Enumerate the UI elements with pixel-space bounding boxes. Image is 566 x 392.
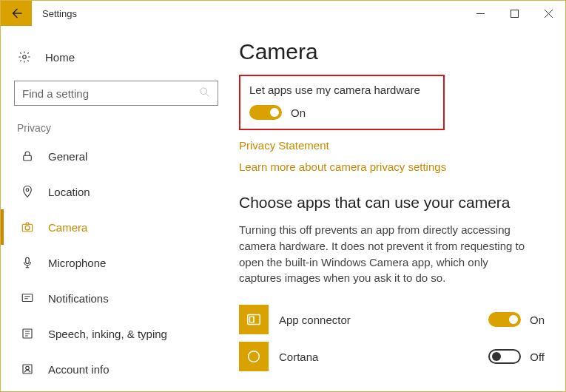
cortana-toggle[interactable] [488, 349, 521, 364]
sidebar-item-general[interactable]: General [1, 138, 232, 174]
svg-point-4 [26, 189, 29, 192]
svg-point-2 [201, 88, 207, 95]
camera-toggle-state: On [291, 107, 306, 119]
minimize-button[interactable] [463, 1, 497, 26]
home-button[interactable]: Home [1, 41, 232, 73]
sidebar-item-notifications[interactable]: Notifications [1, 280, 232, 316]
close-icon [545, 10, 553, 18]
window-title: Settings [32, 1, 87, 26]
camera-toggle[interactable] [249, 105, 282, 120]
sidebar-item-location[interactable]: Location [1, 174, 232, 209]
sidebar-item-label: General [48, 150, 87, 163]
highlight-box: Let apps use my camera hardware On [239, 75, 445, 130]
svg-rect-13 [250, 317, 255, 322]
page-title: Camera [239, 39, 545, 64]
svg-rect-0 [511, 10, 518, 17]
sidebar-item-account[interactable]: Account info [1, 351, 232, 387]
app-connector-state: On [530, 314, 545, 326]
app-row-app-connector: App connector On [239, 301, 545, 338]
camera-icon [20, 220, 35, 234]
lock-icon [20, 149, 35, 163]
gear-icon [17, 50, 32, 64]
svg-rect-8 [22, 294, 33, 302]
choose-apps-desc: Turning this off prevents an app from di… [239, 222, 528, 286]
minimize-icon [476, 10, 485, 18]
svg-point-14 [249, 351, 260, 362]
svg-point-1 [23, 55, 27, 59]
microphone-icon [20, 256, 35, 269]
search-icon [199, 87, 210, 100]
sidebar-item-microphone[interactable]: Microphone [1, 245, 232, 280]
svg-point-6 [25, 226, 30, 230]
svg-rect-7 [26, 257, 30, 263]
speech-icon [20, 327, 35, 340]
sidebar-item-label: Notifications [48, 292, 109, 305]
search-input[interactable]: Find a setting [14, 81, 218, 106]
sidebar-item-label: Speech, inking, & typing [48, 328, 167, 340]
app-connector-icon [239, 305, 269, 334]
app-name: App connector [279, 314, 478, 326]
learn-more-link[interactable]: Learn more about camera privacy settings [239, 160, 545, 173]
section-label: Privacy [1, 122, 232, 138]
sidebar-item-label: Account info [48, 363, 110, 376]
app-name: Cortana [279, 351, 478, 363]
sidebar-item-speech[interactable]: Speech, inking, & typing [1, 316, 232, 351]
let-apps-label: Let apps use my camera hardware [249, 84, 434, 96]
content: Camera Let apps use my camera hardware O… [232, 26, 565, 391]
sidebar-item-label: Camera [48, 221, 87, 234]
svg-point-11 [26, 366, 30, 370]
cortana-icon [239, 342, 269, 371]
privacy-statement-link[interactable]: Privacy Statement [239, 139, 545, 152]
sidebar: Home Find a setting Privacy General Loca… [1, 26, 232, 391]
app-connector-toggle[interactable] [488, 312, 521, 327]
app-row-cortana: Cortana Off [239, 338, 545, 375]
close-button[interactable] [531, 1, 565, 26]
sidebar-item-label: Location [48, 186, 90, 198]
sidebar-item-camera[interactable]: Camera [1, 209, 232, 245]
choose-apps-title: Choose apps that can use your camera [239, 194, 545, 212]
home-label: Home [45, 51, 75, 64]
maximize-icon [511, 10, 519, 18]
location-icon [20, 185, 35, 198]
titlebar: Settings [1, 1, 565, 26]
cortana-state: Off [530, 351, 545, 363]
back-button[interactable] [1, 1, 32, 26]
notifications-icon [20, 291, 35, 305]
svg-rect-3 [24, 155, 32, 160]
maximize-button[interactable] [497, 1, 531, 26]
sidebar-item-label: Microphone [48, 257, 106, 269]
search-placeholder: Find a setting [22, 87, 199, 100]
account-icon [20, 362, 35, 376]
arrow-left-icon [10, 7, 23, 20]
